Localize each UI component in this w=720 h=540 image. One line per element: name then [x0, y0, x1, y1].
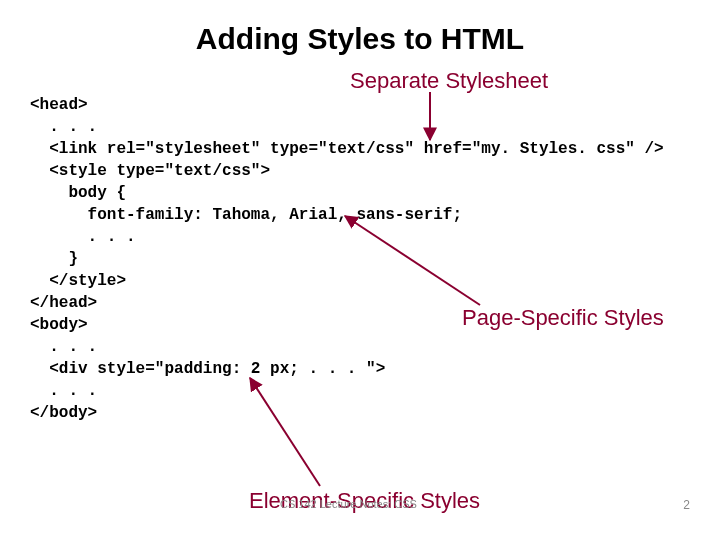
code-line: <link rel="stylesheet" type="text/css" h… — [30, 140, 664, 158]
code-line: </style> — [30, 272, 126, 290]
code-line: . . . — [30, 338, 97, 356]
page-number: 2 — [683, 498, 690, 512]
code-block: <head> . . . <link rel="stylesheet" type… — [30, 94, 664, 424]
code-line: . . . — [30, 382, 97, 400]
label-separate-stylesheet: Separate Stylesheet — [350, 68, 548, 94]
footer-note: CS 142 Lecture Notes: CSS — [280, 498, 417, 510]
code-line: body { — [30, 184, 126, 202]
code-line: } — [30, 250, 78, 268]
code-line: </body> — [30, 404, 97, 422]
code-line: <body> — [30, 316, 88, 334]
slide: Adding Styles to HTML Separate Styleshee… — [0, 0, 720, 540]
code-line: <style type="text/css"> — [30, 162, 270, 180]
code-line: font-family: Tahoma, Arial, sans-serif; — [30, 206, 462, 224]
code-line: . . . — [30, 118, 97, 136]
code-line: <div style="padding: 2 px; . . . "> — [30, 360, 385, 378]
code-line: </head> — [30, 294, 97, 312]
code-line: <head> — [30, 96, 88, 114]
page-title: Adding Styles to HTML — [30, 22, 690, 56]
code-line: . . . — [30, 228, 136, 246]
